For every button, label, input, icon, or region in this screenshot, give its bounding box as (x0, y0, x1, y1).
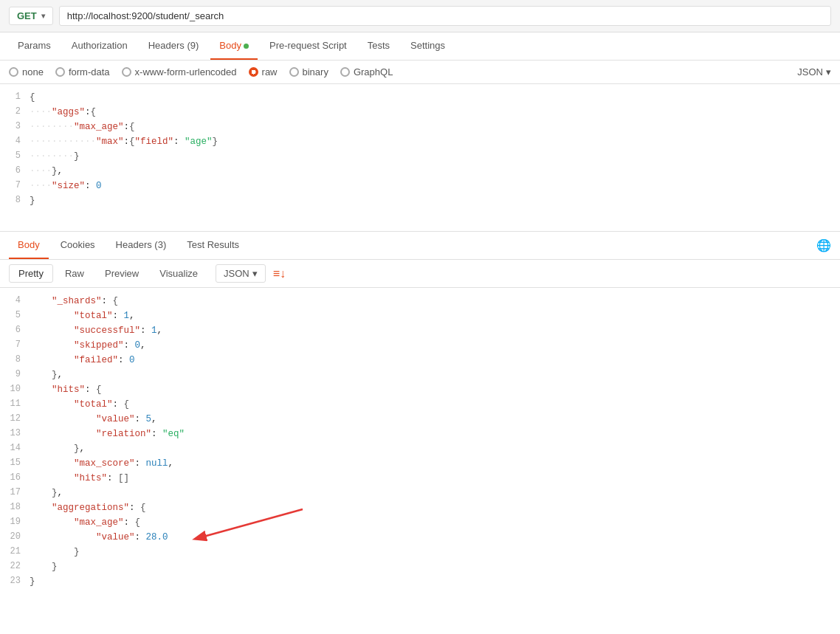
line-number: 4 (0, 294, 30, 308)
req-code-line: 2····"aggs":{ (0, 105, 840, 120)
line-content: }, (30, 486, 840, 500)
response-tabs: Body Cookies Headers (3) Test Results 🌐 (0, 232, 840, 260)
resp-code-line: 21 } (0, 545, 840, 559)
resp-code-line: 9 }, (0, 368, 840, 382)
line-content: "value": 28.0 (30, 530, 840, 545)
tab-settings[interactable]: Settings (402, 32, 454, 60)
req-code-line: 7····"size": 0 (0, 179, 840, 193)
line-number: 8 (0, 353, 30, 367)
resp-code-line: 16 "hits": [] (0, 471, 840, 486)
line-number: 13 (0, 427, 30, 441)
line-content: "total": 1, (30, 309, 840, 323)
line-number: 14 (0, 441, 30, 455)
line-number: 19 (0, 515, 30, 529)
radio-raw[interactable]: raw (249, 66, 278, 77)
line-number: 6 (0, 164, 30, 178)
resp-tab-headers[interactable]: Headers (3) (107, 232, 176, 259)
resp-json-chevron-icon: ▾ (252, 268, 258, 279)
json-format-dropdown[interactable]: JSON ▾ (797, 66, 831, 77)
request-code-editor[interactable]: 1{2····"aggs":{3········"max_age":{4····… (0, 84, 840, 232)
fmt-preview[interactable]: Preview (96, 265, 148, 282)
resp-code-line: 13 "relation": "eq" (0, 427, 840, 441)
line-content: ········"max_age":{ (30, 120, 840, 134)
response-code-editor[interactable]: 4 "_shards": {5 "total": 1,6 "successful… (0, 288, 840, 595)
line-content: "hits": { (30, 382, 840, 397)
line-number: 21 (0, 545, 30, 559)
resp-code-line: 8 "failed": 0 (0, 353, 840, 368)
tab-prerequest[interactable]: Pre-request Script (261, 32, 356, 60)
body-type-bar: none form-data x-www-form-urlencoded raw… (0, 61, 840, 84)
line-number: 23 (0, 574, 30, 588)
resp-code-line: 19 "max_age": { (0, 515, 840, 530)
method-select[interactable]: GET ▾ (9, 7, 53, 25)
resp-code-line: 15 "max_score": null, (0, 456, 840, 471)
fmt-visualize[interactable]: Visualize (151, 265, 207, 282)
req-code-line: 6····}, (0, 164, 840, 179)
line-number: 7 (0, 338, 30, 352)
resp-code-line: 11 "total": { (0, 397, 840, 412)
line-number: 2 (0, 105, 30, 119)
tab-body[interactable]: Body (210, 32, 258, 60)
json-chevron-icon: ▾ (826, 66, 831, 77)
line-number: 18 (0, 500, 30, 514)
line-number: 17 (0, 486, 30, 500)
resp-code-line: 22 } (0, 559, 840, 574)
tab-tests[interactable]: Tests (359, 32, 399, 60)
tab-params[interactable]: Params (9, 32, 60, 60)
radio-circle-form-data (55, 67, 65, 77)
resp-code-line: 10 "hits": { (0, 382, 840, 397)
filter-icon[interactable]: ≡↓ (273, 267, 286, 280)
line-number: 16 (0, 471, 30, 485)
radio-circle-raw (249, 67, 258, 77)
radio-binary[interactable]: binary (289, 66, 328, 77)
line-content: } (30, 545, 840, 559)
annotation-container: 4 "_shards": {5 "total": 1,6 "successful… (0, 288, 840, 595)
radio-circle-none (9, 67, 18, 77)
radio-form-data[interactable]: form-data (55, 66, 110, 77)
method-label: GET (17, 10, 37, 21)
line-number: 8 (0, 193, 30, 207)
resp-tab-body[interactable]: Body (9, 232, 49, 259)
body-dot (244, 44, 249, 49)
req-code-line: 4············"max":{"field": "age"} (0, 134, 840, 149)
resp-code-line: 7 "skipped": 0, (0, 338, 840, 353)
resp-code-line: 4 "_shards": { (0, 294, 840, 309)
resp-json-dropdown[interactable]: JSON ▾ (216, 264, 266, 283)
url-input[interactable] (59, 6, 831, 26)
fmt-pretty[interactable]: Pretty (9, 264, 53, 283)
line-content: "skipped": 0, (30, 338, 840, 353)
radio-circle-binary (289, 67, 299, 77)
line-content: }, (30, 441, 840, 456)
resp-code-line: 14 }, (0, 441, 840, 456)
radio-graphql[interactable]: GraphQL (340, 66, 393, 77)
line-number: 6 (0, 323, 30, 337)
line-content: ····"size": 0 (30, 179, 840, 193)
fmt-raw[interactable]: Raw (56, 265, 93, 282)
resp-code-line: 18 "aggregations": { (0, 500, 840, 515)
line-content: } (30, 574, 840, 589)
tab-headers[interactable]: Headers (9) (140, 32, 208, 60)
line-number: 15 (0, 456, 30, 470)
resp-tab-testresults[interactable]: Test Results (178, 232, 248, 259)
resp-code-line: 20 "value": 28.0 (0, 530, 840, 545)
line-content: "failed": 0 (30, 353, 840, 368)
req-code-line: 3········"max_age":{ (0, 120, 840, 134)
globe-icon: 🌐 (816, 238, 831, 252)
response-format-bar: Pretty Raw Preview Visualize JSON ▾ ≡↓ (0, 260, 840, 288)
radio-circle-urlencoded (122, 67, 131, 77)
radio-urlencoded[interactable]: x-www-form-urlencoded (122, 66, 237, 77)
line-content: "total": { (30, 397, 840, 412)
line-content: }, (30, 368, 840, 382)
line-number: 3 (0, 120, 30, 134)
req-code-line: 1{ (0, 90, 840, 105)
line-content: } (30, 559, 840, 574)
radio-none[interactable]: none (9, 66, 44, 77)
resp-code-line: 6 "successful": 1, (0, 323, 840, 338)
url-bar: GET ▾ (0, 0, 840, 32)
resp-tab-cookies[interactable]: Cookies (52, 232, 104, 259)
req-code-line: 8} (0, 193, 840, 208)
tab-authorization[interactable]: Authorization (63, 32, 137, 60)
radio-circle-graphql (340, 67, 350, 77)
response-panel: Body Cookies Headers (3) Test Results 🌐 … (0, 232, 840, 595)
method-chevron: ▾ (41, 12, 45, 20)
